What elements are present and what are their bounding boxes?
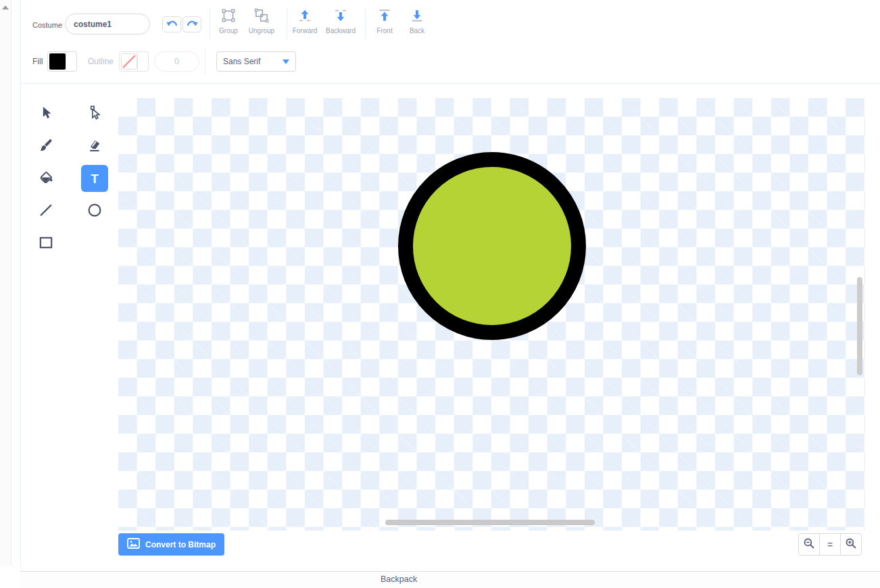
text-tool-button[interactable]: T xyxy=(81,165,108,192)
drawing-canvas[interactable] xyxy=(118,98,865,531)
eraser-icon xyxy=(87,138,102,155)
zoom-out-button[interactable] xyxy=(798,533,820,556)
redo-button[interactable] xyxy=(182,16,201,32)
circle-tool-button[interactable] xyxy=(81,197,108,224)
back-label: Back xyxy=(410,27,424,34)
costume-name-input[interactable] xyxy=(65,14,150,34)
fill-color-swatch xyxy=(49,53,66,70)
zoom-in-button[interactable] xyxy=(840,533,862,556)
toolbar-divider xyxy=(210,8,210,39)
front-button[interactable]: Front xyxy=(369,8,400,34)
fill-label: Fill xyxy=(32,57,43,66)
fill-caret-area xyxy=(66,52,75,71)
paint-bucket-icon xyxy=(39,170,53,187)
backpack-label: Backpack xyxy=(381,574,417,584)
scroll-up-icon[interactable] xyxy=(2,5,9,9)
group-button[interactable]: Group xyxy=(214,8,243,34)
outline-color-button[interactable] xyxy=(119,51,149,72)
circle-icon xyxy=(87,202,103,220)
zoom-reset-button[interactable]: = xyxy=(819,533,841,556)
layer-backward-icon xyxy=(333,8,348,25)
redo-icon xyxy=(187,19,198,30)
paint-editor-window: Costume Group Ungroup xyxy=(0,0,880,588)
layer-front-icon xyxy=(377,8,392,25)
back-button[interactable]: Back xyxy=(401,8,433,34)
line-icon xyxy=(39,203,53,220)
canvas-vertical-scrollbar[interactable] xyxy=(857,277,862,375)
canvas-horizontal-scrollbar[interactable] xyxy=(385,520,595,525)
backpack-bar[interactable]: Backpack xyxy=(20,571,880,588)
toolbar-divider xyxy=(205,49,205,74)
outline-none-swatch xyxy=(121,53,137,70)
font-family-dropdown[interactable]: Sans Serif xyxy=(216,51,296,72)
fill-color-button[interactable] xyxy=(47,51,77,72)
ungroup-icon xyxy=(254,8,269,25)
text-tool-icon: T xyxy=(91,172,99,185)
zoom-reset-label: = xyxy=(827,539,833,550)
group-icon xyxy=(221,8,236,25)
layer-back-icon xyxy=(410,8,424,25)
convert-to-bitmap-button[interactable]: Convert to Bitmap xyxy=(118,533,224,556)
brush-icon xyxy=(39,138,53,155)
rectangle-tool-button[interactable] xyxy=(32,230,59,257)
drawn-circle-shape[interactable] xyxy=(406,160,579,333)
outline-label: Outline xyxy=(88,57,114,66)
forward-label: Forward xyxy=(293,27,318,34)
line-tool-button[interactable] xyxy=(32,197,59,224)
chevron-down-icon xyxy=(283,59,289,64)
reshape-tool-button[interactable] xyxy=(81,100,108,127)
window-scrollbar[interactable] xyxy=(0,0,11,566)
toolbar-divider xyxy=(365,8,366,39)
reshape-icon xyxy=(87,105,102,122)
backward-label: Backward xyxy=(326,27,356,34)
bitmap-image-icon xyxy=(127,538,140,551)
font-family-value: Sans Serif xyxy=(223,57,260,66)
ungroup-button[interactable]: Ungroup xyxy=(245,8,278,34)
brush-tool-button[interactable] xyxy=(32,132,59,160)
eraser-tool-button[interactable] xyxy=(81,132,108,160)
zoom-controls: = xyxy=(798,533,862,556)
costume-label: Costume xyxy=(32,21,62,29)
zoom-in-icon xyxy=(845,537,857,552)
convert-to-bitmap-label: Convert to Bitmap xyxy=(145,540,216,549)
group-label: Group xyxy=(219,27,238,34)
forward-button[interactable]: Forward xyxy=(289,8,320,34)
front-label: Front xyxy=(376,27,392,34)
layer-forward-icon xyxy=(297,8,312,25)
costume-shape-layer xyxy=(118,98,865,531)
ungroup-label: Ungroup xyxy=(249,27,274,34)
undo-icon xyxy=(166,19,178,30)
zoom-out-icon xyxy=(803,537,815,552)
toolbar-divider xyxy=(287,8,287,39)
undo-button[interactable] xyxy=(162,16,181,32)
outline-caret-area xyxy=(137,52,147,71)
outline-width-input[interactable] xyxy=(154,51,199,72)
rectangle-icon xyxy=(38,235,54,253)
select-tool-button[interactable] xyxy=(32,100,59,127)
backward-button[interactable]: Backward xyxy=(323,8,358,34)
toolbar-bottom-divider xyxy=(20,83,880,84)
fill-tool-button[interactable] xyxy=(32,165,59,192)
select-cursor-icon xyxy=(39,105,53,122)
